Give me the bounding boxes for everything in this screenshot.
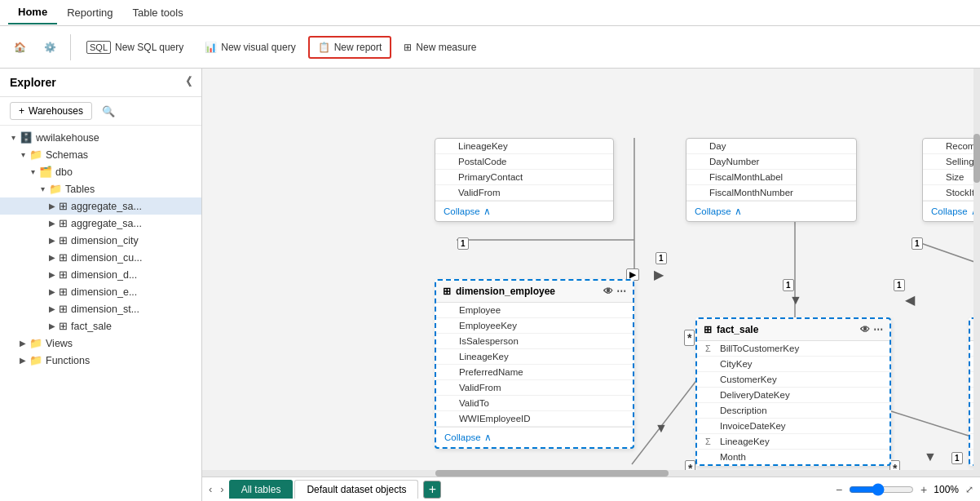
database-icon: 🗄️: [20, 131, 33, 144]
card-top-center: Day DayNumber FiscalMonthLabel FiscalMon…: [686, 138, 857, 222]
new-report-button[interactable]: 📋 New report: [308, 36, 392, 59]
more-icon[interactable]: ⋯: [616, 286, 626, 297]
nav-tab-home[interactable]: Home: [8, 1, 57, 24]
sql-icon: SQL: [86, 41, 111, 54]
rel-1-fact-city: 1: [951, 452, 963, 464]
field-day: Day: [686, 139, 856, 154]
svg-line-5: [891, 411, 969, 436]
preview-icon-fact[interactable]: 👁: [860, 324, 870, 335]
tree-item-fact-sale[interactable]: ▶ ⊞ fact_sale: [0, 317, 201, 335]
tree-expand-icon[interactable]: ▾: [7, 133, 20, 142]
sidebar-search-icon[interactable]: 🔍: [97, 103, 120, 120]
folder-icon: 📁: [49, 183, 62, 195]
tree-item-functions[interactable]: ▶ 📁 Functions: [0, 352, 201, 369]
main-layout: Explorer 《 + Warehouses 🔍 ▾ 🗄️ wwilakeho…: [0, 69, 980, 501]
tree-expand-icon[interactable]: ▾: [16, 150, 29, 159]
collapse-top-left[interactable]: Collapse ∧: [435, 201, 613, 221]
field-recommendedretailprice: RecommendedRetailPrice: [923, 139, 980, 154]
scroll-right-icon[interactable]: ›: [217, 483, 227, 495]
table-icon: ⊞: [59, 320, 68, 332]
rel-star-employee: *: [685, 460, 695, 470]
arrow-down-employee: ▼: [655, 421, 668, 436]
canvas-scrollbar-horizontal[interactable]: [202, 470, 980, 477]
new-measure-button[interactable]: ⊞ New measure: [395, 37, 485, 58]
zoom-slider[interactable]: [849, 483, 914, 496]
tree-expand-icon[interactable]: ▶: [46, 236, 59, 245]
tree-expand-icon[interactable]: ▾: [36, 184, 49, 193]
folder-icon: 📁: [29, 149, 42, 161]
scroll-left-icon[interactable]: ‹: [205, 483, 215, 495]
tree-item-wwilakehouse[interactable]: ▾ 🗄️ wwilakehouse: [0, 129, 201, 146]
svg-line-3: [912, 240, 980, 326]
sidebar-warehouse-bar: + Warehouses 🔍: [0, 97, 201, 126]
field-validto: ValidTo: [436, 396, 633, 411]
add-tab-button[interactable]: +: [423, 481, 441, 499]
tree-item-schemas[interactable]: ▾ 📁 Schemas: [0, 146, 201, 163]
field-preferredname: PreferredName: [436, 365, 633, 380]
table-icon: ⊞: [59, 286, 68, 298]
tree-item-dimension-city[interactable]: ▶ ⊞ dimension_city: [0, 232, 201, 249]
nav-tab-table-tools[interactable]: Table tools: [123, 2, 193, 24]
warehouses-button[interactable]: + Warehouses: [10, 102, 92, 120]
folder-icon: 📁: [29, 354, 42, 366]
zoom-out-button[interactable]: −: [832, 481, 845, 498]
more-icon-fact[interactable]: ⋯: [873, 324, 883, 335]
tab-all-tables[interactable]: All tables: [229, 480, 294, 499]
tree-item-tables[interactable]: ▾ 📁 Tables: [0, 180, 201, 197]
canvas-scrollbar-vertical[interactable]: [973, 69, 980, 470]
table-icon: ⊞: [59, 251, 68, 264]
tree-expand-icon[interactable]: ▶: [46, 219, 59, 228]
field-fiscalmonthlabel: FiscalMonthLabel: [686, 170, 856, 185]
tree-item-dbo[interactable]: ▾ 🗂️ dbo: [0, 163, 201, 180]
canvas[interactable]: 1 1 ▶ LineageKey PostalCode PrimaryConta…: [202, 69, 980, 470]
collapse-top-right[interactable]: Collapse ∧: [923, 201, 980, 221]
arrow-down-badge: ▼: [789, 293, 802, 308]
tree-expand-icon[interactable]: ▶: [46, 202, 59, 211]
tree-expand-icon[interactable]: ▶: [46, 321, 59, 330]
card-top-left: LineageKey PostalCode PrimaryContact Val…: [435, 138, 614, 222]
tree-expand-icon[interactable]: ▶: [46, 270, 59, 279]
arrow-right-badge: ▶: [654, 267, 664, 282]
sidebar-tree: ▾ 🗄️ wwilakehouse ▾ 📁 Schemas ▾ 🗂️ dbo ▾…: [0, 126, 201, 501]
tree-item-aggregate-sa-1[interactable]: ▶ ⊞ aggregate_sa...: [0, 197, 201, 215]
report-icon: 📋: [318, 42, 330, 53]
table-icon: ⊞: [59, 303, 68, 315]
tree-item-dimension-d[interactable]: ▶ ⊞ dimension_d...: [0, 266, 201, 283]
fit-view-button[interactable]: ⤢: [962, 482, 977, 497]
settings-icon-btn[interactable]: ⚙️: [37, 38, 64, 57]
folder-icon: 📁: [29, 337, 42, 349]
tree-item-views[interactable]: ▶ 📁 Views: [0, 335, 201, 352]
sidebar-header-icons: 《: [180, 75, 192, 90]
field-deliverydatekey: DeliveryDateKey: [697, 388, 890, 403]
tab-default-dataset[interactable]: Default dataset objects: [294, 480, 418, 499]
table-icon-fact: ⊞: [704, 324, 712, 335]
home-icon: 🏠: [14, 42, 26, 53]
tree-item-aggregate-sa-2[interactable]: ▶ ⊞ aggregate_sa...: [0, 215, 201, 232]
tree-expand-icon[interactable]: ▾: [26, 167, 39, 176]
table-icon: ⊞: [59, 234, 68, 246]
explorer-title: Explorer: [10, 76, 56, 89]
tree-expand-icon[interactable]: ▶: [16, 339, 29, 348]
tree-item-dimension-cu[interactable]: ▶ ⊞ dimension_cu...: [0, 249, 201, 266]
nav-tab-reporting[interactable]: Reporting: [57, 2, 122, 24]
toolbar: 🏠 ⚙️ SQL New SQL query 📊 New visual quer…: [0, 26, 980, 69]
collapse-top-center[interactable]: Collapse ∧: [686, 201, 856, 221]
gear-icon: ⚙️: [44, 42, 56, 53]
collapse-sidebar-icon[interactable]: 《: [180, 75, 192, 90]
home-icon-btn[interactable]: 🏠: [7, 38, 33, 57]
tree-item-dimension-e[interactable]: ▶ ⊞ dimension_e...: [0, 283, 201, 300]
tree-expand-icon[interactable]: ▶: [46, 304, 59, 313]
collapse-employee[interactable]: Collapse ∧: [436, 427, 633, 447]
rel-1-center: 1: [783, 279, 794, 291]
tree-expand-icon[interactable]: ▶: [46, 253, 59, 262]
tree-item-dimension-st[interactable]: ▶ ⊞ dimension_st...: [0, 300, 201, 317]
field-billtocustomerkey: ΣBillToCustomerKey: [697, 341, 890, 357]
field-lineagekey-emp: LineageKey: [436, 349, 633, 365]
tree-expand-icon[interactable]: ▶: [16, 356, 29, 365]
new-sql-query-button[interactable]: SQL New SQL query: [77, 36, 192, 59]
preview-icon[interactable]: 👁: [603, 286, 613, 297]
new-visual-query-button[interactable]: 📊 New visual query: [196, 37, 304, 58]
tree-expand-icon[interactable]: ▶: [46, 287, 59, 296]
zoom-in-button[interactable]: +: [917, 481, 930, 498]
field-issalesperson: IsSalesperson: [436, 334, 633, 349]
